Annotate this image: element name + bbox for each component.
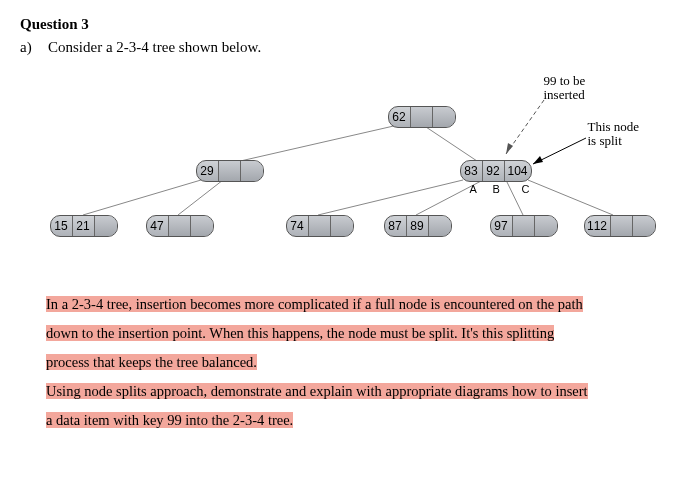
node-cell-empty	[633, 216, 655, 236]
svg-line-3	[178, 180, 223, 215]
sublabel-b: B	[493, 183, 500, 195]
node-cell: 104	[505, 161, 531, 181]
svg-line-1	[423, 125, 483, 165]
question-heading: Question 3	[20, 16, 675, 33]
highlighted-text: down to the insertion point. When this h…	[46, 325, 554, 341]
svg-marker-11	[533, 156, 543, 164]
tree-node-97: 97	[490, 215, 558, 237]
svg-marker-9	[506, 143, 513, 154]
node-cell-empty	[169, 216, 191, 236]
body-paragraph-1: In a 2-3-4 tree, insertion becomes more …	[46, 290, 661, 435]
node-cell-empty	[611, 216, 633, 236]
highlighted-text: In a 2-3-4 tree, insertion becomes more …	[46, 296, 583, 312]
node-cell: 89	[407, 216, 429, 236]
node-cell: 62	[389, 107, 411, 127]
node-cell-empty	[429, 216, 451, 236]
node-cell: 74	[287, 216, 309, 236]
svg-line-6	[506, 180, 523, 215]
highlighted-text: process that keeps the tree balanced.	[46, 354, 257, 370]
tree-node-root: 62	[388, 106, 456, 128]
node-cell-empty	[513, 216, 535, 236]
node-cell-empty	[309, 216, 331, 236]
node-cell: 112	[585, 216, 611, 236]
sublabel-a: A	[470, 183, 477, 195]
tree-node-83-92-104: 83 92 104	[460, 160, 532, 182]
svg-line-4	[318, 180, 463, 215]
node-cell-empty	[95, 216, 117, 236]
part-prompt: Consider a 2-3-4 tree shown below.	[48, 39, 261, 56]
svg-line-0	[223, 125, 398, 165]
svg-line-7	[528, 180, 613, 215]
node-cell-empty	[411, 107, 433, 127]
part-row: a) Consider a 2-3-4 tree shown below.	[20, 39, 675, 56]
node-cell: 92	[483, 161, 505, 181]
svg-line-10	[533, 138, 586, 164]
node-cell-empty	[219, 161, 241, 181]
highlighted-text: a data item with key 99 into the 2-3-4 t…	[46, 412, 293, 428]
tree-node-29: 29	[196, 160, 264, 182]
annotation-inserted: 99 to be inserted	[544, 74, 586, 103]
annotation-split: This node is split	[588, 120, 640, 149]
tree-node-15-21: 15 21	[50, 215, 118, 237]
svg-line-2	[83, 180, 201, 215]
node-cell-empty	[433, 107, 455, 127]
node-cell-empty	[191, 216, 213, 236]
node-cell: 83	[461, 161, 483, 181]
highlighted-text: Using node splits approach, demonstrate …	[46, 383, 588, 399]
tree-figure: 62 29 83 92 104 15 21 47 74 87 89 97	[28, 70, 668, 260]
svg-line-8	[506, 100, 544, 154]
tree-node-47: 47	[146, 215, 214, 237]
node-cell: 29	[197, 161, 219, 181]
node-cell-empty	[535, 216, 557, 236]
node-cell: 47	[147, 216, 169, 236]
part-label: a)	[20, 39, 34, 56]
tree-node-74: 74	[286, 215, 354, 237]
node-cell: 21	[73, 216, 95, 236]
tree-node-87-89: 87 89	[384, 215, 452, 237]
node-cell-empty	[241, 161, 263, 181]
node-cell: 97	[491, 216, 513, 236]
sublabel-c: C	[522, 183, 530, 195]
tree-node-112: 112	[584, 215, 656, 237]
node-cell: 87	[385, 216, 407, 236]
node-cell: 15	[51, 216, 73, 236]
node-cell-empty	[331, 216, 353, 236]
